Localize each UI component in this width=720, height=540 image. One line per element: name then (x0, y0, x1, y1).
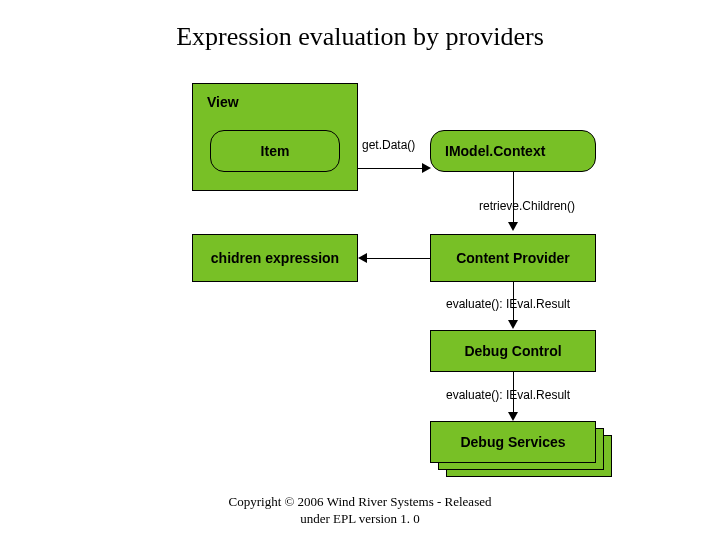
arrow-content-to-control (508, 320, 518, 329)
label-retrieve-children: retrieve.Children() (479, 199, 575, 213)
line-item-to-imodel (358, 168, 422, 169)
box-view-label: View (207, 94, 239, 110)
arrow-imodel-to-content (508, 222, 518, 231)
arrow-content-to-children (358, 253, 367, 263)
box-children-expression: chidren expression (192, 234, 358, 282)
box-debug-services: Debug Services (430, 421, 596, 463)
box-content-provider-label: Content Provider (456, 250, 570, 266)
box-debug-control-label: Debug Control (464, 343, 561, 359)
arrow-control-to-services (508, 412, 518, 421)
box-imodel-context: IModel.Context (430, 130, 596, 172)
box-debug-control: Debug Control (430, 330, 596, 372)
line-imodel-to-content (513, 172, 514, 222)
diagram-title: Expression evaluation by providers (0, 22, 720, 52)
box-content-provider: Content Provider (430, 234, 596, 282)
box-debug-services-label: Debug Services (460, 434, 565, 450)
box-children-expression-label: chidren expression (211, 250, 339, 266)
label-get-data: get.Data() (362, 138, 415, 152)
label-evaluate-2: evaluate(): IEval.Result (446, 388, 570, 402)
arrow-item-to-imodel (422, 163, 431, 173)
footer-line1: Copyright © 2006 Wind River Systems - Re… (229, 494, 492, 509)
line-control-to-services (513, 372, 514, 412)
box-imodel-context-label: IModel.Context (445, 143, 545, 159)
box-item: Item (210, 130, 340, 172)
footer-line2: under EPL version 1. 0 (300, 511, 420, 526)
line-content-to-children (366, 258, 430, 259)
footer-copyright: Copyright © 2006 Wind River Systems - Re… (0, 494, 720, 528)
line-content-to-control (513, 282, 514, 320)
box-item-label: Item (261, 143, 290, 159)
label-evaluate-1: evaluate(): IEval.Result (446, 297, 570, 311)
